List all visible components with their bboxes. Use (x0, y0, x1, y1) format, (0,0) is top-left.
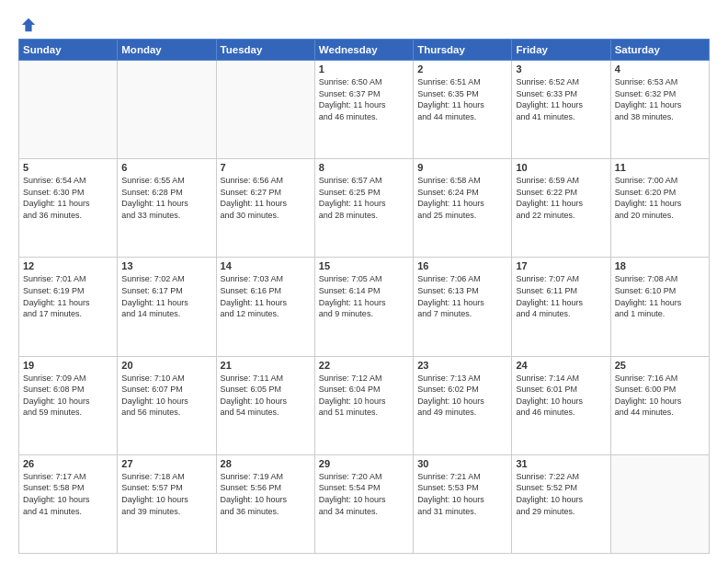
day-info: Sunrise: 7:19 AM Sunset: 5:56 PM Dayligh… (221, 471, 311, 517)
calendar-cell: 12Sunrise: 7:01 AM Sunset: 6:19 PM Dayli… (19, 258, 118, 356)
calendar-cell: 8Sunrise: 6:57 AM Sunset: 6:25 PM Daylig… (314, 159, 413, 258)
weekday-header-row: SundayMondayTuesdayWednesdayThursdayFrid… (19, 40, 710, 61)
weekday-header-sunday: Sunday (19, 40, 118, 61)
day-number: 19 (23, 360, 113, 371)
day-info: Sunrise: 7:09 AM Sunset: 6:08 PM Dayligh… (23, 373, 113, 419)
day-info: Sunrise: 6:52 AM Sunset: 6:33 PM Dayligh… (516, 76, 606, 122)
day-info: Sunrise: 6:53 AM Sunset: 6:32 PM Dayligh… (615, 76, 705, 122)
calendar-cell: 11Sunrise: 7:00 AM Sunset: 6:20 PM Dayli… (610, 159, 709, 258)
calendar-cell (19, 61, 118, 159)
week-row-4: 19Sunrise: 7:09 AM Sunset: 6:08 PM Dayli… (19, 356, 710, 454)
day-number: 1 (319, 63, 409, 75)
day-number: 24 (516, 360, 606, 371)
calendar-cell: 22Sunrise: 7:12 AM Sunset: 6:04 PM Dayli… (314, 356, 413, 454)
day-number: 9 (417, 162, 507, 173)
calendar-cell: 23Sunrise: 7:13 AM Sunset: 6:02 PM Dayli… (414, 356, 512, 454)
day-info: Sunrise: 7:10 AM Sunset: 6:07 PM Dayligh… (121, 373, 211, 419)
calendar-cell: 31Sunrise: 7:22 AM Sunset: 5:52 PM Dayli… (512, 454, 610, 553)
day-number: 17 (516, 260, 606, 271)
week-row-2: 5Sunrise: 6:54 AM Sunset: 6:30 PM Daylig… (19, 159, 710, 258)
calendar-cell: 7Sunrise: 6:56 AM Sunset: 6:27 PM Daylig… (216, 159, 314, 258)
day-number: 26 (23, 458, 113, 469)
week-row-3: 12Sunrise: 7:01 AM Sunset: 6:19 PM Dayli… (19, 258, 710, 356)
day-info: Sunrise: 6:57 AM Sunset: 6:25 PM Dayligh… (319, 175, 409, 221)
day-info: Sunrise: 7:21 AM Sunset: 5:53 PM Dayligh… (417, 471, 507, 517)
calendar-cell: 10Sunrise: 6:59 AM Sunset: 6:22 PM Dayli… (512, 159, 610, 258)
day-info: Sunrise: 6:51 AM Sunset: 6:35 PM Dayligh… (417, 76, 507, 122)
day-number: 11 (615, 162, 705, 173)
calendar-cell: 4Sunrise: 6:53 AM Sunset: 6:32 PM Daylig… (610, 61, 709, 159)
calendar-cell: 16Sunrise: 7:06 AM Sunset: 6:13 PM Dayli… (414, 258, 512, 356)
calendar-cell: 27Sunrise: 7:18 AM Sunset: 5:57 PM Dayli… (118, 454, 216, 553)
day-number: 16 (417, 260, 507, 271)
day-info: Sunrise: 7:06 AM Sunset: 6:13 PM Dayligh… (417, 273, 507, 319)
day-info: Sunrise: 7:16 AM Sunset: 6:00 PM Dayligh… (615, 373, 705, 419)
day-info: Sunrise: 7:22 AM Sunset: 5:52 PM Dayligh… (516, 471, 606, 517)
day-number: 18 (615, 260, 705, 271)
day-number: 21 (221, 360, 311, 371)
day-info: Sunrise: 7:08 AM Sunset: 6:10 PM Dayligh… (615, 273, 705, 319)
day-info: Sunrise: 7:05 AM Sunset: 6:14 PM Dayligh… (319, 273, 409, 319)
day-number: 29 (319, 458, 409, 469)
day-number: 31 (516, 458, 606, 469)
day-number: 10 (516, 162, 606, 173)
day-info: Sunrise: 7:14 AM Sunset: 6:01 PM Dayligh… (516, 373, 606, 419)
day-number: 23 (417, 360, 507, 371)
calendar-cell: 6Sunrise: 6:55 AM Sunset: 6:28 PM Daylig… (118, 159, 216, 258)
day-info: Sunrise: 7:20 AM Sunset: 5:54 PM Dayligh… (319, 471, 409, 517)
day-info: Sunrise: 7:00 AM Sunset: 6:20 PM Dayligh… (615, 175, 705, 221)
day-number: 27 (121, 458, 211, 469)
calendar-cell: 15Sunrise: 7:05 AM Sunset: 6:14 PM Dayli… (314, 258, 413, 356)
calendar-cell (610, 454, 709, 553)
calendar-cell: 29Sunrise: 7:20 AM Sunset: 5:54 PM Dayli… (314, 454, 413, 553)
day-number: 7 (221, 162, 311, 173)
day-number: 5 (23, 162, 113, 173)
day-info: Sunrise: 6:58 AM Sunset: 6:24 PM Dayligh… (417, 175, 507, 221)
logo (18, 17, 37, 33)
day-number: 8 (319, 162, 409, 173)
calendar-cell: 5Sunrise: 6:54 AM Sunset: 6:30 PM Daylig… (19, 159, 118, 258)
day-info: Sunrise: 7:07 AM Sunset: 6:11 PM Dayligh… (516, 273, 606, 319)
calendar-cell: 2Sunrise: 6:51 AM Sunset: 6:35 PM Daylig… (414, 61, 512, 159)
day-number: 25 (615, 360, 705, 371)
day-info: Sunrise: 6:54 AM Sunset: 6:30 PM Dayligh… (23, 175, 113, 221)
page: SundayMondayTuesdayWednesdayThursdayFrid… (0, 0, 728, 563)
day-info: Sunrise: 6:50 AM Sunset: 6:37 PM Dayligh… (319, 76, 409, 122)
weekday-header-friday: Friday (512, 40, 610, 61)
weekday-header-thursday: Thursday (414, 40, 512, 61)
day-number: 13 (121, 260, 211, 271)
day-number: 30 (417, 458, 507, 469)
day-info: Sunrise: 7:11 AM Sunset: 6:05 PM Dayligh… (221, 373, 311, 419)
day-number: 28 (221, 458, 311, 469)
day-info: Sunrise: 7:13 AM Sunset: 6:02 PM Dayligh… (417, 373, 507, 419)
svg-marker-0 (22, 18, 35, 31)
day-number: 12 (23, 260, 113, 271)
day-number: 15 (319, 260, 409, 271)
day-number: 20 (121, 360, 211, 371)
day-info: Sunrise: 7:12 AM Sunset: 6:04 PM Dayligh… (319, 373, 409, 419)
day-info: Sunrise: 6:59 AM Sunset: 6:22 PM Dayligh… (516, 175, 606, 221)
calendar-cell: 20Sunrise: 7:10 AM Sunset: 6:07 PM Dayli… (118, 356, 216, 454)
day-number: 2 (417, 63, 507, 75)
calendar: SundayMondayTuesdayWednesdayThursdayFrid… (18, 39, 710, 554)
day-number: 6 (121, 162, 211, 173)
calendar-cell: 28Sunrise: 7:19 AM Sunset: 5:56 PM Dayli… (216, 454, 314, 553)
day-info: Sunrise: 7:03 AM Sunset: 6:16 PM Dayligh… (221, 273, 311, 319)
calendar-cell: 1Sunrise: 6:50 AM Sunset: 6:37 PM Daylig… (314, 61, 413, 159)
day-info: Sunrise: 7:02 AM Sunset: 6:17 PM Dayligh… (121, 273, 211, 319)
calendar-cell (216, 61, 314, 159)
calendar-cell: 13Sunrise: 7:02 AM Sunset: 6:17 PM Dayli… (118, 258, 216, 356)
calendar-cell (118, 61, 216, 159)
day-info: Sunrise: 7:17 AM Sunset: 5:58 PM Dayligh… (23, 471, 113, 517)
day-info: Sunrise: 7:18 AM Sunset: 5:57 PM Dayligh… (121, 471, 211, 517)
calendar-cell: 30Sunrise: 7:21 AM Sunset: 5:53 PM Dayli… (414, 454, 512, 553)
day-info: Sunrise: 7:01 AM Sunset: 6:19 PM Dayligh… (23, 273, 113, 319)
week-row-5: 26Sunrise: 7:17 AM Sunset: 5:58 PM Dayli… (19, 454, 710, 553)
day-number: 22 (319, 360, 409, 371)
calendar-cell: 26Sunrise: 7:17 AM Sunset: 5:58 PM Dayli… (19, 454, 118, 553)
calendar-cell: 24Sunrise: 7:14 AM Sunset: 6:01 PM Dayli… (512, 356, 610, 454)
day-number: 4 (615, 63, 705, 75)
logo-icon (20, 17, 37, 33)
calendar-cell: 9Sunrise: 6:58 AM Sunset: 6:24 PM Daylig… (414, 159, 512, 258)
weekday-header-wednesday: Wednesday (314, 40, 413, 61)
